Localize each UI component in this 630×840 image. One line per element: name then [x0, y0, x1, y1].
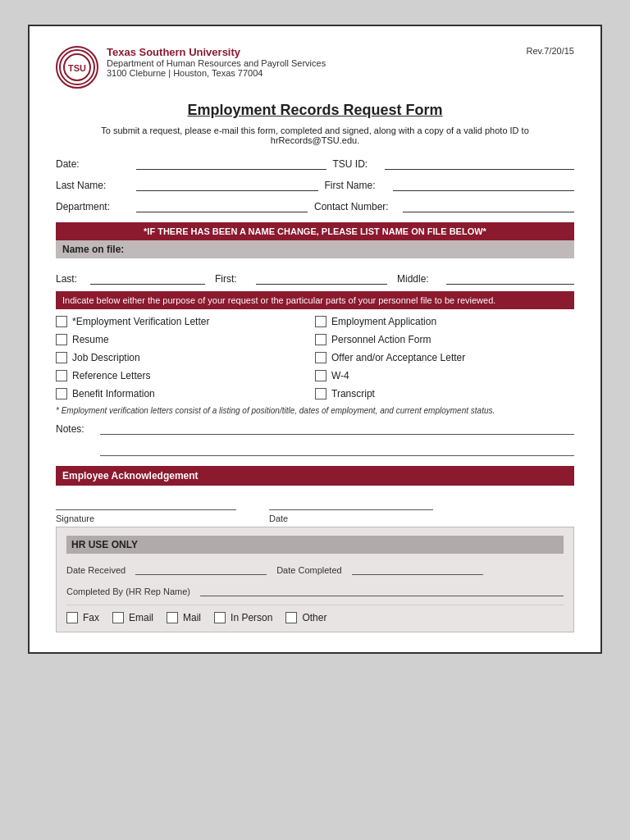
dept-line2: 3100 Cleburne | Houston, Texas 77004	[107, 68, 326, 78]
ack-date-label: Date	[269, 514, 433, 523]
sig-date-row: Signature Date	[56, 497, 574, 523]
form-container: TSU Texas Southern University Department…	[28, 25, 602, 654]
cb-transcript-label: Transcript	[331, 388, 375, 399]
cb-fax: Fax	[66, 612, 99, 623]
date-tsuid-row: Date: TSU ID:	[56, 157, 574, 170]
date-input[interactable]	[136, 157, 326, 170]
notes-line-1[interactable]	[100, 422, 574, 435]
cb-transcript-box[interactable]	[315, 388, 326, 399]
cb-w4-label: W-4	[331, 370, 349, 381]
name-on-file-row: Last: First: Middle:	[56, 265, 574, 291]
tsuid-label: TSU ID:	[333, 158, 378, 170]
cb-fax-box[interactable]	[66, 612, 78, 623]
cb-other-box[interactable]	[285, 612, 297, 623]
hr-dates-row: Date Received Date Completed	[66, 562, 564, 575]
completed-by-label: Completed By (HR Rep Name)	[66, 587, 190, 596]
cb-evl-box[interactable]	[56, 316, 67, 327]
cb-transcript: Transcript	[315, 388, 574, 399]
logo-inner: TSU	[59, 49, 95, 85]
revision-text: Rev.7/20/15	[526, 46, 574, 56]
cb-paf-box[interactable]	[315, 334, 326, 345]
cb-resume: Resume	[56, 334, 315, 345]
cb-mail-label: Mail	[183, 612, 201, 623]
checkboxes-area: *Employment Verification Letter Resume J…	[56, 316, 574, 399]
cb-evl: *Employment Verification Letter	[56, 316, 315, 327]
sig-block: Signature	[56, 497, 236, 523]
name-change-banner: *IF THERE HAS BEEN A NAME CHANGE, PLEASE…	[56, 222, 574, 240]
last-name-input[interactable]	[136, 178, 318, 191]
cb-w4-box[interactable]	[315, 370, 326, 381]
notes-line-2[interactable]	[100, 443, 574, 456]
indicate-banner: Indicate below either the purpose of you…	[56, 291, 574, 309]
cb-offer: Offer and/or Acceptance Letter	[315, 352, 574, 363]
notes-row: Notes:	[56, 422, 574, 456]
signature-label: Signature	[56, 514, 236, 523]
first-nof-label: First:	[215, 273, 246, 285]
date-label: Date:	[56, 158, 130, 170]
cb-empapp-box[interactable]	[315, 316, 326, 327]
cb-mail: Mail	[167, 612, 201, 623]
first-name-label: First Name:	[325, 180, 386, 191]
dept-contact-row: Department: Contact Number:	[56, 199, 574, 212]
middle-nof-input[interactable]	[446, 272, 574, 285]
date-completed-label: Date Completed	[276, 565, 342, 575]
department-input[interactable]	[136, 199, 308, 212]
form-title: Employment Records Request Form	[56, 102, 574, 119]
date-received-input[interactable]	[135, 562, 267, 575]
cb-evl-label: *Employment Verification Letter	[72, 316, 209, 327]
cb-email-label: Email	[129, 612, 153, 623]
last-nof-label: Last:	[56, 273, 80, 285]
hr-divider	[66, 605, 564, 605]
notes-label: Notes:	[56, 423, 94, 435]
cb-offer-label: Offer and/or Acceptance Letter	[331, 352, 465, 363]
cb-jobdesc-label: Job Description	[72, 352, 140, 363]
cb-refletters-label: Reference Letters	[72, 370, 150, 381]
cb-email-box[interactable]	[112, 612, 124, 623]
hr-completed-by-row: Completed By (HR Rep Name)	[66, 583, 564, 596]
cb-benefit-label: Benefit Information	[72, 388, 155, 399]
cb-mail-box[interactable]	[167, 612, 178, 623]
cb-w4: W-4	[315, 370, 574, 381]
cb-refletters-box[interactable]	[56, 370, 67, 381]
cb-inperson-box[interactable]	[214, 612, 226, 623]
checkbox-col-left: *Employment Verification Letter Resume J…	[56, 316, 315, 399]
signature-line[interactable]	[56, 497, 236, 510]
date-block: Date	[269, 497, 433, 523]
contact-input[interactable]	[403, 199, 574, 212]
header: TSU Texas Southern University Department…	[56, 46, 574, 89]
first-name-input[interactable]	[393, 178, 575, 191]
emp-ack-banner: Employee Acknowledgement	[56, 466, 574, 486]
ack-date-line[interactable]	[269, 497, 433, 510]
evl-note: * Employment verification letters consis…	[56, 406, 574, 415]
first-nof-input[interactable]	[256, 272, 387, 285]
tsuid-input[interactable]	[385, 157, 575, 170]
cb-inperson-label: In Person	[231, 612, 272, 623]
cb-empapp-label: Employment Application	[331, 316, 436, 327]
cb-resume-box[interactable]	[56, 334, 67, 345]
last-name-label: Last Name:	[56, 180, 130, 191]
department-label: Department:	[56, 201, 130, 212]
cb-benefit: Benefit Information	[56, 388, 315, 399]
submit-note: To submit a request, please e-mail this …	[56, 126, 574, 145]
cb-other-label: Other	[302, 612, 326, 623]
cb-offer-box[interactable]	[315, 352, 326, 363]
date-completed-input[interactable]	[352, 562, 483, 575]
cb-fax-label: Fax	[83, 612, 99, 623]
name-on-file-label: Name on file:	[56, 240, 574, 258]
cb-empapp: Employment Application	[315, 316, 574, 327]
cb-paf: Personnel Action Form	[315, 334, 574, 345]
header-left: TSU Texas Southern University Department…	[56, 46, 326, 89]
cb-refletters: Reference Letters	[56, 370, 315, 381]
cb-inperson: In Person	[214, 612, 272, 623]
last-nof-input[interactable]	[90, 272, 205, 285]
cb-email: Email	[112, 612, 153, 623]
middle-nof-label: Middle:	[397, 273, 436, 285]
svg-text:TSU: TSU	[68, 63, 86, 73]
header-text: Texas Southern University Department of …	[107, 46, 326, 78]
hr-use-banner: HR USE ONLY	[66, 536, 564, 554]
completed-by-input[interactable]	[200, 583, 564, 596]
university-logo: TSU	[56, 46, 98, 89]
dept-line1: Department of Human Resources and Payrol…	[107, 58, 326, 68]
cb-benefit-box[interactable]	[56, 388, 67, 399]
cb-jobdesc-box[interactable]	[56, 352, 67, 363]
